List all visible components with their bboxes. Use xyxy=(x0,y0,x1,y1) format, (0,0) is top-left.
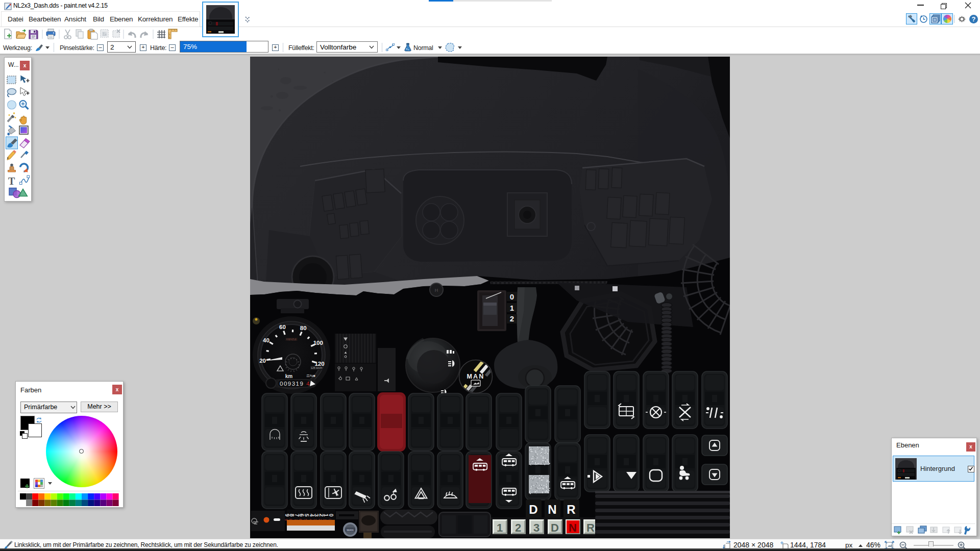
svg-text:N: N xyxy=(569,521,577,534)
svg-text:N: N xyxy=(548,503,556,516)
svg-text:9: 9 xyxy=(284,514,290,517)
svg-text:T: T xyxy=(8,176,15,187)
svg-text:40: 40 xyxy=(263,337,270,343)
svg-text:⚖⇆■: ⚖⇆■ xyxy=(306,373,315,378)
svg-text:1: 1 xyxy=(510,304,514,312)
svg-text:MAN: MAN xyxy=(467,373,484,380)
svg-text:0: 0 xyxy=(510,292,514,301)
svg-text:1: 1 xyxy=(497,521,503,534)
svg-text:R: R xyxy=(586,521,595,534)
svg-text:KIENZLE: KIENZLE xyxy=(286,338,297,341)
svg-text:R: R xyxy=(567,503,575,516)
svg-text:2: 2 xyxy=(515,521,521,534)
svg-text:4: 4 xyxy=(306,381,310,387)
svg-text:km: km xyxy=(285,373,293,379)
svg-text:125 km/h: 125 km/h xyxy=(311,366,323,369)
svg-text:D: D xyxy=(551,521,559,534)
svg-text:2: 2 xyxy=(510,314,514,323)
svg-text:3: 3 xyxy=(533,521,540,534)
svg-text:MAN: MAN xyxy=(347,529,353,532)
svg-text:009319: 009319 xyxy=(280,381,304,387)
svg-text:H: H xyxy=(435,288,438,293)
svg-text:D: D xyxy=(529,503,537,516)
svg-text:60: 60 xyxy=(279,324,286,330)
svg-text:20: 20 xyxy=(259,358,266,364)
svg-text:80: 80 xyxy=(300,325,307,331)
svg-text:100: 100 xyxy=(313,340,323,346)
